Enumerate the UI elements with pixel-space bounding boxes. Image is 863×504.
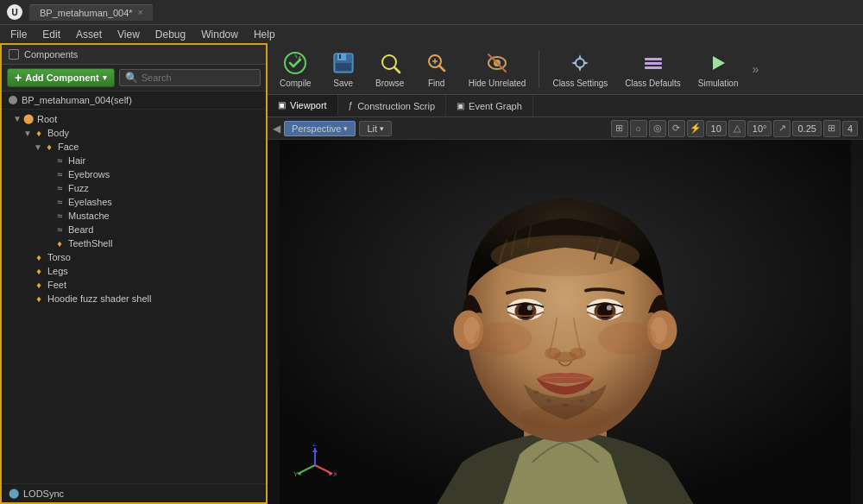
menu-file[interactable]: File	[3, 27, 34, 42]
ue-logo: U	[7, 4, 22, 20]
face-svg	[268, 140, 863, 504]
components-header: Components	[2, 45, 266, 65]
find-button[interactable]: Find	[415, 46, 458, 91]
event-graph-tab-icon: ▣	[457, 101, 464, 110]
camera-icon[interactable]: ○	[630, 120, 647, 137]
tab-event-graph[interactable]: ▣ Event Graph	[446, 95, 533, 117]
svg-rect-17	[645, 66, 662, 69]
svg-rect-16	[645, 62, 662, 65]
tree-item-root[interactable]: ▼ ⬤ Root	[2, 111, 266, 126]
tab-viewport[interactable]: ▣ Viewport	[268, 95, 338, 117]
save-label: Save	[333, 79, 353, 88]
lod-num[interactable]: 4	[842, 121, 858, 136]
rotate-icon[interactable]: ◎	[649, 120, 666, 137]
browse-label: Browse	[375, 79, 404, 88]
tree-item-fuzz[interactable]: ≈ Fuzz	[2, 181, 266, 195]
tree-item-mustache[interactable]: ≈ Mustache	[2, 209, 266, 223]
tree-item-body[interactable]: ▼ ♦ Body	[2, 126, 266, 140]
add-component-button[interactable]: + Add Component ▾	[7, 68, 115, 87]
add-search-bar: + Add Component ▾ 🔍	[2, 65, 266, 91]
tree-item-eyelashes[interactable]: ≈ Eyelashes	[2, 195, 266, 209]
tree-item-teethshell[interactable]: ♦ TeethShell	[2, 236, 266, 250]
tree-label: Mustache	[68, 211, 110, 221]
viewport-tab-icon: ▣	[278, 100, 286, 110]
tabs-bar: ▣ Viewport ƒ Construction Scrip ▣ Event …	[268, 95, 863, 117]
scale-value[interactable]: 0.25	[792, 121, 821, 136]
transform-icon[interactable]: ⊞	[611, 120, 628, 137]
class-settings-label: Class Settings	[552, 79, 608, 88]
toolbar: Compile Save	[268, 43, 863, 95]
lod-sync-item[interactable]: ⬤ LODSync	[2, 483, 266, 502]
tab-title: BP_metahuman_004*	[40, 8, 133, 18]
svg-text:X: X	[333, 470, 337, 478]
lit-label: Lit	[367, 123, 377, 134]
tree-item-feet[interactable]: ♦ Feet	[2, 278, 266, 292]
menu-edit[interactable]: Edit	[35, 27, 67, 42]
viewport-collapse-button[interactable]: ◀	[273, 123, 280, 135]
tree-label: Fuzz	[68, 183, 89, 193]
tree-item-hoodie[interactable]: ♦ Hoodie fuzz shader shell	[2, 292, 266, 306]
arrow-icon: ▼	[33, 142, 43, 152]
viewport-tab-label: Viewport	[290, 100, 327, 110]
menu-view[interactable]: View	[110, 27, 147, 42]
tree-container: ▼ ⬤ Root ▼ ♦ Body ▼ ♦ Face	[2, 110, 266, 482]
dropdown-chevron-icon: ▾	[103, 73, 107, 82]
search-input[interactable]	[142, 72, 255, 83]
tree-label: TeethShell	[68, 238, 112, 249]
hoodie-icon: ♦	[33, 293, 45, 304]
class-defaults-button[interactable]: Class Defaults	[618, 46, 687, 91]
toolbar-more-button[interactable]: »	[749, 59, 763, 79]
tree-item-eyebrows[interactable]: ≈ Eyebrows	[2, 167, 266, 181]
lit-button[interactable]: Lit ▾	[359, 121, 392, 136]
tree-label: Eyebrows	[68, 169, 110, 180]
main-layout: Components + Add Component ▾ 🔍 BP_metahu…	[0, 43, 863, 504]
torso-icon: ♦	[33, 252, 45, 262]
feet-icon: ♦	[33, 280, 45, 290]
svg-rect-3	[336, 63, 351, 71]
menu-help[interactable]: Help	[247, 27, 282, 42]
snap-value[interactable]: 10	[706, 121, 727, 136]
svg-point-27	[491, 235, 640, 276]
self-item[interactable]: BP_metahuman_004(self)	[2, 91, 266, 110]
hide-unrelated-button[interactable]: Hide Unrelated	[462, 46, 533, 91]
tree-label: Beard	[68, 224, 93, 235]
class-settings-button[interactable]: Class Settings	[545, 46, 614, 91]
menu-window[interactable]: Window	[194, 27, 245, 42]
tree-item-beard[interactable]: ≈ Beard	[2, 223, 266, 236]
search-box[interactable]: 🔍	[119, 69, 261, 86]
viewport-area[interactable]: X Y Z	[268, 140, 863, 504]
save-icon	[330, 49, 357, 77]
close-tab-button[interactable]: ×	[138, 8, 143, 17]
simulation-button[interactable]: Simulation	[691, 46, 746, 91]
tree-item-hair[interactable]: ≈ Hair	[2, 154, 266, 167]
legs-icon: ♦	[33, 266, 45, 276]
browse-button[interactable]: Browse	[369, 46, 412, 91]
tree-item-face[interactable]: ▼ ♦ Face	[2, 140, 266, 154]
self-item-label: BP_metahuman_004(self)	[22, 95, 132, 105]
title-bar: U BP_metahuman_004* ×	[0, 0, 863, 24]
menu-asset[interactable]: Asset	[69, 27, 109, 42]
class-defaults-label: Class Defaults	[625, 79, 680, 88]
construction-tab-label: Construction Scrip	[357, 101, 435, 111]
compile-button[interactable]: Compile	[273, 46, 318, 91]
compile-icon	[281, 49, 309, 77]
class-defaults-icon	[639, 49, 667, 77]
angle-icon[interactable]: △	[728, 120, 746, 137]
angle-value[interactable]: 10°	[747, 121, 772, 136]
eyelashes-icon: ≈	[54, 197, 66, 207]
fuzz-icon: ≈	[54, 183, 66, 193]
perspective-button[interactable]: Perspective ▾	[284, 121, 356, 136]
lod-value-icon[interactable]: ⊞	[823, 120, 841, 137]
components-icon	[9, 49, 19, 60]
menu-debug[interactable]: Debug	[148, 27, 192, 42]
snap-icon[interactable]: ⟳	[668, 120, 685, 137]
tree-item-legs[interactable]: ♦ Legs	[2, 264, 266, 278]
left-panel: Components + Add Component ▾ 🔍 BP_metahu…	[0, 43, 268, 504]
tab-construction[interactable]: ƒ Construction Scrip	[338, 95, 446, 117]
tree-item-torso[interactable]: ♦ Torso	[2, 250, 266, 264]
scale-icon[interactable]: ↗	[773, 120, 791, 137]
save-button[interactable]: Save	[322, 46, 365, 91]
lighting-icon[interactable]: ⚡	[687, 120, 704, 137]
svg-line-8	[439, 66, 444, 71]
editor-tab[interactable]: BP_metahuman_004* ×	[29, 4, 153, 21]
